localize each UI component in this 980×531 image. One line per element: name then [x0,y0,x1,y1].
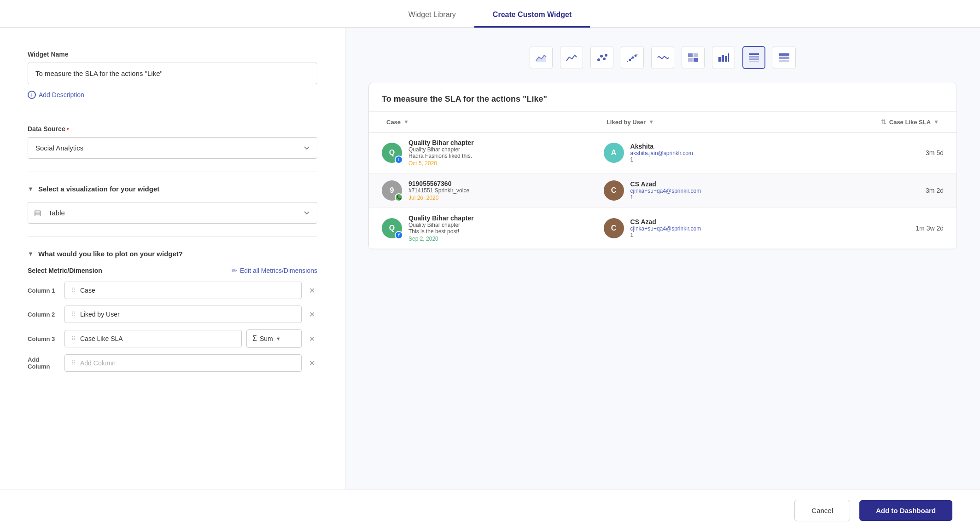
column-2-input[interactable]: ⠿ Liked by User [64,306,302,323]
edit-metrics-link[interactable]: ✏ Edit all Metrics/Dimensions [232,267,317,274]
visualization-select[interactable]: Table [28,202,317,224]
row3-case-avatar: Q f [382,218,402,238]
cancel-button[interactable]: Cancel [794,500,850,521]
table-chart-button[interactable] [742,46,765,69]
row1-user-name: Akshita [630,143,693,150]
row3-user-info: CS Azad cjinka+su+qa4@sprinklr.com 1 [630,218,701,238]
sum-label: Sum [260,335,273,342]
add-to-dashboard-button[interactable]: Add to Dashboard [859,500,952,521]
line-chart-button[interactable] [560,46,583,69]
widget-name-input[interactable] [28,63,317,84]
scatter-chart-button[interactable] [590,46,613,69]
svg-rect-12 [694,58,698,62]
add-column-remove-button[interactable]: ✕ [306,359,317,368]
tab-widget-library[interactable]: Widget Library [390,3,474,28]
column-1-input[interactable]: ⠿ Case [64,282,302,299]
table-row: 9 📞 919055567360 #7141551 Sprinklr_voice… [369,173,957,208]
flow-chart-button[interactable] [651,46,674,69]
row2-case-name: 919055567360 [408,180,469,187]
grid-chart-button[interactable] [682,46,705,69]
scatter2-chart-button[interactable] [621,46,644,69]
svg-rect-14 [722,55,724,62]
column-1-remove-button[interactable]: ✕ [306,286,317,295]
row3-case-info: Quality Bihar chapter Quality Bihar chap… [408,214,474,242]
row3-user-count: 1 [630,232,701,238]
row3-liked-cell: C CS Azad cjinka+su+qa4@sprinklr.com 1 [604,218,826,238]
bar-chart-button[interactable] [712,46,735,69]
header-sla-filter-icon: ⇅ [881,118,887,126]
left-panel: Widget Name + Add Description Data Sourc… [0,28,345,490]
row2-user-avatar: C [604,180,624,201]
row2-case-date: Jul 26, 2020 [408,195,469,201]
drag-icon-add: ⠿ [71,360,76,366]
add-description-label: Add Description [39,91,84,98]
header-liked[interactable]: Liked by User ▼ [602,112,822,132]
svg-rect-16 [728,53,729,62]
add-column-label: Add Column [28,356,60,370]
plus-circle-icon: + [28,91,36,99]
row2-user-name: CS Azad [630,180,701,188]
required-indicator: • [67,125,69,133]
header-sla[interactable]: ⇅ Case Like SLA ▼ [822,112,944,132]
row2-user-count: 1 [630,194,701,201]
stacked-chart-button[interactable] [773,46,796,69]
metrics-label: Select Metric/Dimension [28,267,102,274]
header-sla-label: Case Like SLA [889,119,931,126]
sum-chevron-icon: ▼ [276,336,281,341]
column-2-remove-button[interactable]: ✕ [306,310,317,319]
header-liked-label: Liked by User [607,119,646,126]
row1-sla-cell: 3m 5d [825,149,944,156]
plot-section-title: What would you like to plot on your widg… [38,250,183,258]
header-case-label: Case [386,119,401,126]
visualization-group: ▤ Table [28,202,317,224]
row1-user-count: 1 [630,156,693,163]
svg-rect-18 [749,56,759,58]
drag-icon-3: ⠿ [71,335,76,342]
add-description-link[interactable]: + Add Description [28,91,317,99]
row2-liked-cell: C CS Azad cjinka+su+qa4@sprinklr.com 1 [604,180,826,201]
add-column-input[interactable]: ⠿ Add Column [64,354,302,372]
row2-sla-cell: 3m 2d [825,187,944,194]
area-chart-button[interactable] [530,46,553,69]
table-icon: ▤ [34,208,41,217]
plot-section-header: ▼ What would you like to plot on your wi… [28,250,317,258]
table-row: Q f Quality Bihar chapter Quality Bihar … [369,208,957,249]
tab-create-custom-widget[interactable]: Create Custom Widget [474,3,590,28]
column-3-sum-select[interactable]: Σ Sum ▼ [246,329,302,348]
data-source-select[interactable]: Social Analytics [28,137,317,159]
add-column-placeholder: Add Column [80,359,295,367]
svg-rect-15 [725,56,727,62]
column-1-value: Case [80,287,295,294]
row3-case-badge: f [395,231,403,239]
row3-sla-cell: 1m 3w 2d [825,225,944,232]
data-source-label: Data Source• [28,125,317,133]
visualization-select-wrapper: ▤ Table [28,202,317,224]
edit-metrics-label: Edit all Metrics/Dimensions [240,267,317,274]
svg-rect-22 [779,57,789,59]
column-3-remove-button[interactable]: ✕ [306,335,317,343]
plot-toggle[interactable]: ▼ [28,250,34,257]
row1-user-email: akshita.jain@sprinklr.com [630,150,693,156]
chart-type-icons [368,46,957,69]
right-panel: To measure the SLA for the actions "Like… [345,28,980,490]
row3-case-cell: Q f Quality Bihar chapter Quality Bihar … [382,214,604,242]
row3-case-name: Quality Bihar chapter [408,214,474,222]
preview-card: To measure the SLA for the actions "Like… [368,83,957,249]
column-3-input[interactable]: ⠿ Case Like SLA [64,330,242,347]
column-row-2: Column 2 ⠿ Liked by User ✕ [28,306,317,323]
svg-point-7 [632,57,634,59]
visualization-section-title: Select a visualization for your widget [38,185,159,193]
header-case[interactable]: Case ▼ [382,112,602,132]
row2-case-cell: 9 📞 919055567360 #7141551 Sprinklr_voice… [382,180,604,201]
row3-user-email: cjinka+su+qa4@sprinklr.com [630,225,701,232]
row2-case-subtitle: #7141551 Sprinklr_voice [408,187,469,194]
widget-name-label: Widget Name [28,51,317,58]
data-source-group: Data Source• Social Analytics [28,125,317,159]
row2-case-badge: 📞 [395,193,403,202]
visualization-toggle[interactable]: ▼ [28,185,34,192]
row3-user-name: CS Azad [630,218,701,225]
row3-case-date: Sep 2, 2020 [408,236,474,242]
pencil-icon: ✏ [232,267,237,274]
column-row-3: Column 3 ⠿ Case Like SLA Σ Sum ▼ ✕ [28,329,317,348]
column-row-1: Column 1 ⠿ Case ✕ [28,282,317,299]
